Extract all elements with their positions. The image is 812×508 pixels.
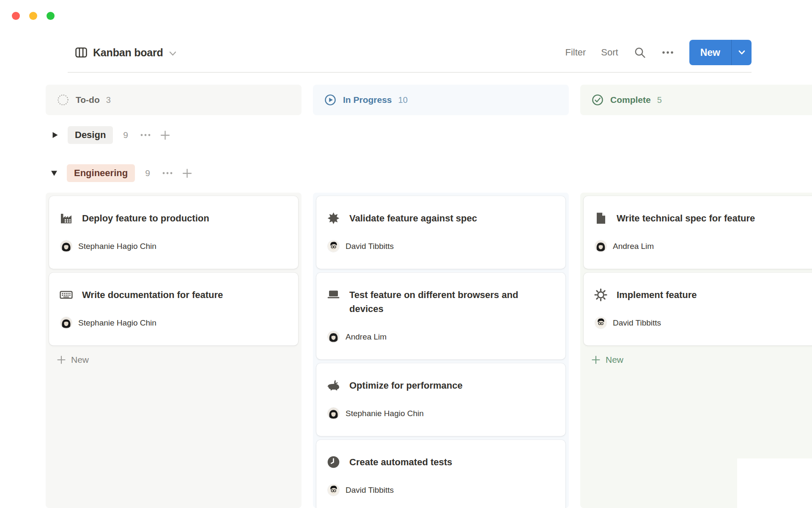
column-header-in-progress[interactable]: In Progress 10 xyxy=(313,85,569,115)
assignee-name: Stephanie Hagio Chin xyxy=(78,242,156,251)
collapse-triangle-icon[interactable] xyxy=(50,169,58,177)
kanban-board-icon xyxy=(75,46,88,59)
card-title: Test feature on different browsers and d… xyxy=(349,288,540,316)
column-header-todo[interactable]: To-do 3 xyxy=(46,85,302,115)
document-icon xyxy=(594,211,608,225)
card-title: Deploy feature to production xyxy=(82,211,209,225)
gear-icon xyxy=(594,288,608,302)
group-more-icon[interactable] xyxy=(162,171,173,175)
group-row-engineering: Engineering 9 xyxy=(50,164,193,182)
new-button-group: New xyxy=(689,40,752,65)
avatar-andrea xyxy=(328,331,339,342)
card-assignee: Andrea Lim xyxy=(326,331,555,342)
card-assignee: Stephanie Hagio Chin xyxy=(326,408,555,419)
card-deploy-feature[interactable]: Deploy feature to production Stephanie H… xyxy=(49,196,298,269)
dashed-circle-icon xyxy=(57,94,69,106)
card-title: Optimize for performance xyxy=(349,378,463,392)
assignee-name: Andrea Lim xyxy=(613,242,654,251)
view-switcher[interactable]: Kanban board xyxy=(75,40,177,65)
card-assignee: David Tibbitts xyxy=(326,484,555,496)
card-implement-feature[interactable]: Implement feature David Tibbitts xyxy=(584,273,812,345)
avatar-andrea xyxy=(595,240,606,252)
card-title: Write technical spec for feature xyxy=(617,211,755,225)
factory-icon xyxy=(59,211,73,225)
laptop-icon xyxy=(326,288,340,302)
burst-icon xyxy=(326,211,340,225)
card-create-automated-tests[interactable]: Create automated tests David Tibbitts xyxy=(316,440,565,508)
group-add-icon[interactable] xyxy=(181,168,193,179)
close-window-button[interactable] xyxy=(12,12,20,20)
column-in-progress: Validate feature against spec David Tibb… xyxy=(313,193,569,508)
assignee-name: David Tibbitts xyxy=(613,318,661,328)
more-options-icon[interactable] xyxy=(661,50,674,55)
card-title: Write documentation for feature xyxy=(82,288,223,302)
page-title: Kanban board xyxy=(93,47,163,59)
assignee-name: Stephanie Hagio Chin xyxy=(346,409,424,418)
chevron-down-icon xyxy=(169,51,177,57)
group-count: 9 xyxy=(123,130,128,140)
expand-triangle-icon[interactable] xyxy=(51,131,59,139)
card-assignee: Andrea Lim xyxy=(594,240,812,252)
card-assignee: Stephanie Hagio Chin xyxy=(59,317,288,329)
avatar-david xyxy=(328,484,339,496)
column-label: Complete xyxy=(610,95,651,105)
toolbar-divider xyxy=(68,72,752,73)
card-title: Validate feature against spec xyxy=(349,211,477,225)
play-circle-icon xyxy=(324,94,337,106)
avatar-stephanie xyxy=(60,317,72,329)
rabbit-icon xyxy=(326,378,340,392)
clock-icon xyxy=(326,455,340,469)
column-header-complete[interactable]: Complete 5 xyxy=(580,85,812,115)
avatar-stephanie xyxy=(328,408,339,419)
avatar-david xyxy=(328,240,339,252)
board-toolbar: Filter Sort New xyxy=(565,40,752,65)
card-title: Create automated tests xyxy=(349,455,452,469)
assignee-name: David Tibbitts xyxy=(346,486,394,495)
search-icon[interactable] xyxy=(634,46,646,59)
add-card-label: New xyxy=(71,355,89,365)
column-todo: Deploy feature to production Stephanie H… xyxy=(46,193,302,508)
check-circle-icon xyxy=(591,94,604,106)
group-pill-engineering[interactable]: Engineering xyxy=(67,164,135,182)
column-count: 5 xyxy=(657,95,662,105)
assignee-name: Andrea Lim xyxy=(346,332,387,342)
group-more-icon[interactable] xyxy=(140,133,151,137)
add-card-todo[interactable]: New xyxy=(49,349,298,370)
card-assignee: Stephanie Hagio Chin xyxy=(59,240,288,252)
card-title: Implement feature xyxy=(617,288,697,302)
column-label: To-do xyxy=(76,95,100,105)
traffic-lights xyxy=(12,12,55,20)
group-pill-design[interactable]: Design xyxy=(68,126,113,144)
card-test-feature[interactable]: Test feature on different browsers and d… xyxy=(316,273,565,359)
column-count: 3 xyxy=(106,95,111,105)
plus-icon xyxy=(591,355,601,364)
minimize-window-button[interactable] xyxy=(29,12,37,20)
column-headers: To-do 3 In Progress 10 Complete 5 xyxy=(46,85,812,115)
white-overlay-patch xyxy=(737,458,812,508)
card-optimize-performance[interactable]: Optimize for performance Stephanie Hagio… xyxy=(316,363,565,436)
assignee-name: Stephanie Hagio Chin xyxy=(78,318,156,328)
card-write-documentation[interactable]: Write documentation for feature Stephani… xyxy=(49,273,298,345)
column-label: In Progress xyxy=(343,95,392,105)
plus-icon xyxy=(57,355,66,364)
filter-button[interactable]: Filter xyxy=(565,47,586,58)
kanban-app-window: { "window": { "traffic_lights": { "close… xyxy=(0,0,812,508)
avatar-stephanie xyxy=(60,240,72,252)
group-count: 9 xyxy=(145,168,150,178)
new-button[interactable]: New xyxy=(689,40,731,65)
sort-button[interactable]: Sort xyxy=(601,47,618,58)
add-card-label: New xyxy=(606,355,623,365)
group-row-design: Design 9 xyxy=(51,126,171,144)
card-validate-feature[interactable]: Validate feature against spec David Tibb… xyxy=(316,196,565,269)
column-count: 10 xyxy=(398,95,408,105)
card-write-technical-spec[interactable]: Write technical spec for feature Andrea … xyxy=(584,196,812,269)
assignee-name: David Tibbitts xyxy=(346,242,394,251)
new-button-dropdown[interactable] xyxy=(732,40,752,65)
keyboard-icon xyxy=(59,288,73,302)
card-assignee: David Tibbitts xyxy=(326,240,555,252)
board-columns: Deploy feature to production Stephanie H… xyxy=(46,193,812,508)
group-add-icon[interactable] xyxy=(159,130,171,141)
zoom-window-button[interactable] xyxy=(47,12,55,20)
add-card-complete[interactable]: New xyxy=(584,349,812,370)
card-assignee: David Tibbitts xyxy=(594,317,812,329)
